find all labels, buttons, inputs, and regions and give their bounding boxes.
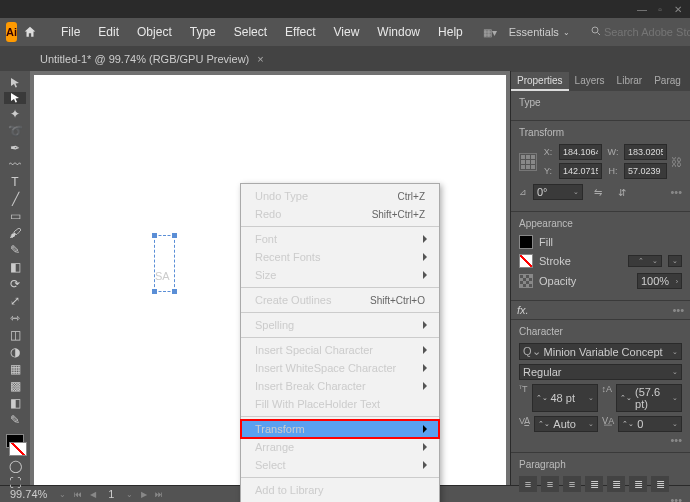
context-item-fill-with-placeholder-text[interactable]: Fill With PlaceHolder Text	[241, 395, 439, 413]
tab-paragraph[interactable]: Parag	[648, 72, 687, 91]
context-item-size[interactable]: Size	[241, 266, 439, 284]
perspective-tool[interactable]: ▦	[4, 362, 26, 376]
width-tool[interactable]: ⇿	[4, 311, 26, 325]
menu-select[interactable]: Select	[226, 21, 275, 43]
context-item-insert-break-character[interactable]: Insert Break Character	[241, 377, 439, 395]
more-options-icon[interactable]: •••	[672, 304, 684, 316]
mesh-tool[interactable]: ▩	[4, 379, 26, 393]
tab-layers[interactable]: Layers	[569, 72, 611, 91]
context-item-create-outlines[interactable]: Create OutlinesShift+Ctrl+O	[241, 291, 439, 309]
link-wh-icon[interactable]: ⛓	[671, 156, 682, 168]
menu-window[interactable]: Window	[369, 21, 428, 43]
more-options-icon[interactable]: •••	[670, 434, 682, 446]
home-icon[interactable]	[23, 21, 37, 43]
more-options-icon[interactable]: •••	[670, 494, 682, 502]
context-item-font[interactable]: Font	[241, 230, 439, 248]
last-artboard-icon[interactable]: ⏭	[155, 490, 163, 499]
context-item-select[interactable]: Select	[241, 456, 439, 474]
background-swatch[interactable]	[9, 442, 27, 456]
color-swatches[interactable]	[3, 434, 27, 456]
anchor-handle[interactable]	[152, 289, 157, 294]
search-input[interactable]	[604, 26, 690, 38]
tab-libraries[interactable]: Librar	[611, 72, 649, 91]
anchor-handle[interactable]	[152, 233, 157, 238]
lasso-tool[interactable]: ➰	[4, 124, 26, 138]
context-item-recent-fonts[interactable]: Recent Fonts	[241, 248, 439, 266]
context-item-arrange[interactable]: Arrange	[241, 438, 439, 456]
eraser-tool[interactable]: ◧	[4, 260, 26, 274]
justify-left-icon[interactable]: ≣	[585, 476, 603, 492]
app-logo[interactable]: Ai	[6, 22, 17, 42]
w-input[interactable]	[624, 144, 667, 160]
anchor-handle[interactable]	[172, 233, 177, 238]
arrange-docs-icon[interactable]: ▦▾	[483, 24, 497, 40]
context-item-undo-type[interactable]: Undo TypeCtrl+Z	[241, 187, 439, 205]
fx-row[interactable]: fx.•••	[511, 301, 690, 320]
stroke-profile[interactable]: ⌄	[668, 255, 682, 267]
magic-wand-tool[interactable]: ✦	[4, 107, 26, 121]
opacity-input[interactable]: 100%›	[637, 273, 682, 289]
document-tab[interactable]: Untitled-1* @ 99.74% (RGB/GPU Preview) ×	[30, 49, 274, 69]
align-left-icon[interactable]: ≡	[519, 476, 537, 492]
stroke-swatch[interactable]	[519, 254, 533, 268]
draw-mode-icon[interactable]: ◯	[4, 459, 26, 473]
justify-all-icon[interactable]: ≣	[651, 476, 669, 492]
menu-view[interactable]: View	[326, 21, 368, 43]
context-item-insert-whitespace-character[interactable]: Insert WhiteSpace Character	[241, 359, 439, 377]
align-center-icon[interactable]: ≡	[541, 476, 559, 492]
menu-help[interactable]: Help	[430, 21, 471, 43]
maximize-button[interactable]: ▫	[654, 3, 666, 15]
align-right-icon[interactable]: ≡	[563, 476, 581, 492]
close-tab-icon[interactable]: ×	[257, 53, 263, 65]
type-tool[interactable]: T	[4, 175, 26, 189]
font-family-select[interactable]: Q⌄Minion Variable Concept⌄	[519, 343, 682, 360]
line-tool[interactable]: ╱	[4, 192, 26, 206]
menu-effect[interactable]: Effect	[277, 21, 323, 43]
rectangle-tool[interactable]: ▭	[4, 209, 26, 223]
flip-v-icon[interactable]: ⇵	[613, 184, 631, 200]
direct-selection-tool[interactable]	[4, 92, 26, 104]
shape-builder-tool[interactable]: ◑	[4, 345, 26, 359]
flip-h-icon[interactable]: ⇋	[589, 184, 607, 200]
stroke-weight-input[interactable]: ⌃⌄	[628, 255, 662, 267]
next-artboard-icon[interactable]: ▶	[141, 490, 147, 499]
tracking-input[interactable]: ⌃⌄0⌄	[618, 416, 682, 432]
minimize-button[interactable]: —	[636, 3, 648, 15]
context-item-insert-special-character[interactable]: Insert Special Character	[241, 341, 439, 359]
context-item-spelling[interactable]: Spelling	[241, 316, 439, 334]
screen-mode-icon[interactable]: ⛶	[4, 476, 26, 490]
justify-right-icon[interactable]: ≣	[629, 476, 647, 492]
rotate-input[interactable]: 0°⌄	[533, 184, 583, 200]
curvature-tool[interactable]: 〰	[4, 158, 26, 172]
kerning-input[interactable]: ⌃⌄Auto⌄	[534, 416, 598, 432]
close-button[interactable]: ✕	[672, 3, 684, 15]
y-input[interactable]	[559, 163, 602, 179]
eyedropper-tool[interactable]: ✎	[4, 413, 26, 427]
paintbrush-tool[interactable]: 🖌	[4, 226, 26, 240]
context-item-add-to-library[interactable]: Add to Library	[241, 481, 439, 499]
text-object[interactable]: SA	[154, 235, 175, 292]
pen-tool[interactable]: ✒	[4, 141, 26, 155]
font-size-input[interactable]: ⌃⌄48 pt⌄	[532, 384, 598, 412]
h-input[interactable]	[624, 163, 667, 179]
reference-point-icon[interactable]	[519, 153, 537, 171]
fill-swatch[interactable]	[519, 235, 533, 249]
scale-tool[interactable]: ⤢	[4, 294, 26, 308]
anchor-handle[interactable]	[172, 289, 177, 294]
opacity-swatch[interactable]	[519, 274, 533, 288]
more-options-icon[interactable]: •••	[670, 186, 682, 198]
gradient-tool[interactable]: ◧	[4, 396, 26, 410]
shaper-tool[interactable]: ✎	[4, 243, 26, 257]
free-transform-tool[interactable]: ◫	[4, 328, 26, 342]
menu-type[interactable]: Type	[182, 21, 224, 43]
tab-properties[interactable]: Properties	[511, 72, 569, 91]
menu-file[interactable]: File	[53, 21, 88, 43]
canvas[interactable]: SA Undo TypeCtrl+ZRedoShift+Ctrl+ZFontRe…	[34, 75, 506, 485]
x-input[interactable]	[559, 144, 602, 160]
font-style-select[interactable]: Regular⌄	[519, 364, 682, 380]
selection-tool[interactable]	[4, 77, 26, 89]
leading-input[interactable]: ⌃⌄(57.6 pt)⌄	[616, 384, 682, 412]
prev-artboard-icon[interactable]: ◀	[90, 490, 96, 499]
first-artboard-icon[interactable]: ⏮	[74, 490, 82, 499]
justify-center-icon[interactable]: ≣	[607, 476, 625, 492]
